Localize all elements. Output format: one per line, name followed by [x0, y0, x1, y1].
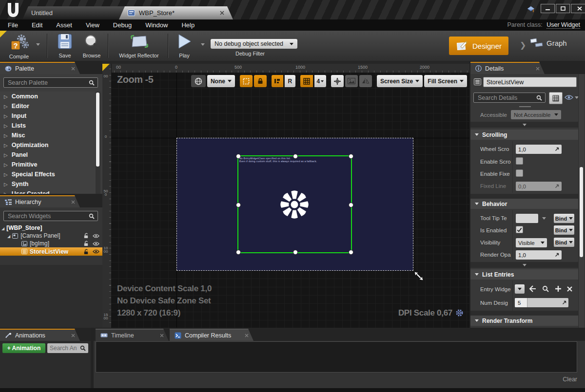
close-icon[interactable] [71, 200, 75, 204]
palette-category-user-created[interactable]: User Created [0, 189, 96, 194]
menu-help[interactable]: Help [181, 21, 195, 29]
entry-widget-class-dropdown[interactable] [515, 284, 525, 294]
hierarchy-row-bgimg[interactable]: [bgImg] [0, 240, 102, 247]
clear-entry-icon[interactable] [566, 286, 573, 292]
advanced-splitter-dash[interactable] [519, 106, 531, 107]
palette-category-primitive[interactable]: Primitive [0, 160, 96, 169]
eye-icon[interactable] [93, 249, 99, 254]
asset-tab-wbp-store[interactable]: WBP_Store* [119, 6, 233, 19]
tooltip-text-field[interactable] [516, 214, 538, 223]
selection-handle[interactable] [236, 154, 241, 159]
close-icon[interactable] [245, 334, 249, 337]
screenshot-button[interactable] [345, 75, 358, 87]
snap-grid-button[interactable] [300, 75, 313, 87]
browse-asset-icon[interactable] [542, 285, 549, 292]
tab-compiler-results[interactable]: Compiler Results [170, 329, 254, 341]
column-divider[interactable] [512, 141, 513, 193]
palette-category-common[interactable]: Common [0, 92, 96, 101]
hierarchy-row-storelistview-selected[interactable]: StoreListView [0, 247, 102, 256]
visibility-bind-button[interactable]: Bind [554, 238, 574, 247]
menu-view[interactable]: View [86, 21, 99, 29]
column-divider[interactable] [512, 210, 513, 260]
section-scrolling[interactable]: Scrolling [470, 130, 583, 140]
menu-window[interactable]: Window [145, 21, 168, 29]
dpi-settings-gear-icon[interactable] [455, 309, 464, 317]
tab-palette[interactable]: Palette [0, 62, 80, 74]
add-entry-icon[interactable] [555, 285, 562, 292]
asset-tab-untitled[interactable]: Untitled [22, 6, 136, 19]
fixed-line-field[interactable]: 0,0 [516, 182, 562, 191]
palette-category-lists[interactable]: Lists [0, 121, 96, 131]
palette-search[interactable] [3, 77, 98, 88]
selection-handle[interactable] [293, 250, 298, 255]
close-icon[interactable] [71, 334, 75, 337]
screen-size-dropdown[interactable]: Screen Size [377, 75, 423, 87]
play-button[interactable]: Play [172, 33, 197, 58]
preview-language-dropdown[interactable]: None [207, 75, 235, 87]
lock-open-icon[interactable] [83, 249, 89, 255]
details-search[interactable] [473, 93, 546, 103]
render-opacity-field[interactable]: 1,0 [516, 250, 562, 260]
hierarchy-search[interactable] [3, 211, 98, 221]
chevron-down-icon[interactable] [542, 217, 546, 220]
enable-scroll-checkbox[interactable] [516, 157, 523, 165]
close-icon[interactable] [220, 11, 224, 15]
wheel-scroll-field[interactable]: 1,0 [516, 145, 562, 154]
menu-asset[interactable]: Asset [56, 21, 72, 29]
close-window-button[interactable] [571, 4, 585, 13]
search-input[interactable] [477, 94, 534, 102]
hierarchy-row-canvas-panel[interactable]: [Canvas Panel] [0, 232, 102, 240]
rtl-preview-button[interactable]: R [285, 75, 295, 87]
parent-class-value[interactable]: User Widget [546, 21, 580, 29]
details-scrollbar-thumb[interactable] [580, 167, 583, 257]
use-selected-asset-icon[interactable] [529, 285, 536, 292]
hierarchy-row-root[interactable]: [WBP_Store] [0, 224, 102, 232]
compile-button[interactable]: ? Compile [5, 33, 33, 59]
menu-edit[interactable]: Edit [32, 21, 42, 29]
tab-timeline[interactable]: Timeline [96, 329, 169, 341]
selection-handle[interactable] [349, 154, 353, 159]
compiler-log-area[interactable] [96, 341, 577, 373]
transform-mode-button[interactable] [331, 75, 344, 87]
play-options-caret[interactable] [201, 43, 205, 46]
palette-category-input[interactable]: Input [0, 111, 96, 121]
eye-icon[interactable] [93, 234, 99, 238]
is-enabled-checkbox[interactable] [516, 226, 523, 233]
expanded-icon[interactable] [1, 224, 4, 231]
column-divider[interactable] [512, 280, 513, 311]
grid-size-dropdown[interactable]: 4 [314, 75, 326, 87]
search-input[interactable] [7, 212, 83, 220]
debug-filter-dropdown[interactable]: No debug object selected [211, 39, 297, 49]
enable-fixed-checkbox[interactable] [516, 169, 523, 177]
display-filter-eye-icon[interactable] [565, 94, 573, 100]
is-enabled-bind-button[interactable]: Bind [554, 225, 574, 235]
mirror-button[interactable] [359, 75, 372, 87]
selection-handle[interactable] [236, 203, 241, 207]
menu-debug[interactable]: Debug [113, 21, 132, 29]
section-splitter[interactable] [470, 311, 578, 316]
palette-category-synth[interactable]: Synth [0, 179, 96, 189]
save-button[interactable]: Save [52, 33, 78, 58]
tab-animations[interactable]: Animations [0, 329, 80, 341]
widget-name-field[interactable] [483, 77, 577, 87]
browse-button[interactable]: Browse [78, 33, 105, 58]
selection-handle[interactable] [236, 250, 241, 255]
accessible-dropdown[interactable]: Not Accessible [511, 110, 561, 119]
search-input[interactable] [7, 79, 83, 87]
tab-details[interactable]: Details [470, 62, 545, 74]
expander-caret-icon[interactable] [523, 124, 526, 126]
tab-hierarchy[interactable]: Hierarchy [0, 195, 80, 207]
toggle-outlines-button[interactable] [240, 75, 253, 87]
graph-mode-button[interactable]: Graph [529, 37, 567, 48]
selection-handle[interactable] [349, 250, 353, 255]
expander-caret-icon[interactable] [523, 264, 526, 266]
lock-open-icon[interactable] [83, 233, 89, 239]
section-render-transform[interactable]: Render Transform [470, 316, 583, 326]
fill-screen-dropdown[interactable]: Fill Screen [424, 75, 467, 87]
compile-options-caret[interactable] [36, 43, 40, 46]
palette-category-special-effects[interactable]: Special Effects [0, 169, 96, 179]
selection-handle[interactable] [293, 154, 298, 159]
eye-icon[interactable] [93, 242, 99, 246]
localization-toggle-button[interactable] [272, 75, 283, 87]
visibility-dropdown[interactable]: Visible [516, 238, 547, 247]
